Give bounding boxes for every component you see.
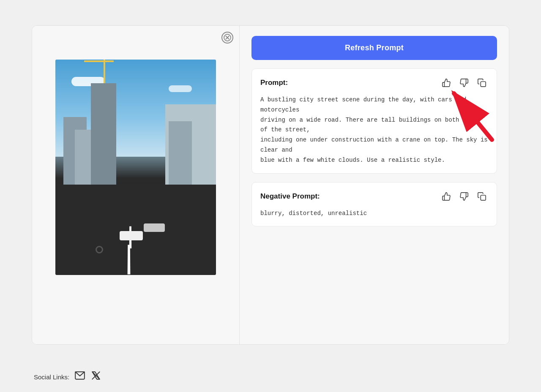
right-wrapper: Refresh Prompt Prompt: xyxy=(239,26,509,344)
city-street-image xyxy=(55,60,216,275)
refresh-prompt-button[interactable]: Refresh Prompt xyxy=(251,36,497,60)
left-panel xyxy=(32,26,239,344)
prompt-text: A bustling city street scene during the … xyxy=(260,95,488,166)
negative-prompt-section: Negative Prompt: xyxy=(251,182,497,227)
prompt-thumbdown-button[interactable] xyxy=(458,76,470,89)
prompt-copy-button[interactable] xyxy=(475,76,488,89)
negative-prompt-label: Negative Prompt: xyxy=(260,192,320,201)
prompt-actions xyxy=(440,76,488,89)
svg-rect-3 xyxy=(481,82,486,87)
negative-prompt-text: blurry, distorted, unrealistic xyxy=(260,209,488,219)
main-container: Refresh Prompt Prompt: xyxy=(32,25,509,345)
footer: Social Links: xyxy=(0,370,541,392)
prompt-thumbup-button[interactable] xyxy=(440,76,453,89)
negative-prompt-thumbup-button[interactable] xyxy=(440,190,453,203)
negative-prompt-copy-button[interactable] xyxy=(475,190,488,203)
negative-prompt-header: Negative Prompt: xyxy=(260,190,488,203)
prompt-header: Prompt: xyxy=(260,76,488,89)
close-button[interactable] xyxy=(221,32,233,44)
right-panel: Refresh Prompt Prompt: xyxy=(239,26,509,344)
email-icon[interactable] xyxy=(74,370,85,384)
city-image-container xyxy=(55,60,216,275)
social-links-label: Social Links: xyxy=(34,373,69,381)
negative-prompt-actions xyxy=(440,190,488,203)
svg-rect-4 xyxy=(481,195,486,200)
prompt-label: Prompt: xyxy=(260,79,288,87)
twitter-icon[interactable] xyxy=(90,370,101,384)
prompt-section: Prompt: xyxy=(251,68,497,174)
negative-prompt-thumbdown-button[interactable] xyxy=(458,190,470,203)
